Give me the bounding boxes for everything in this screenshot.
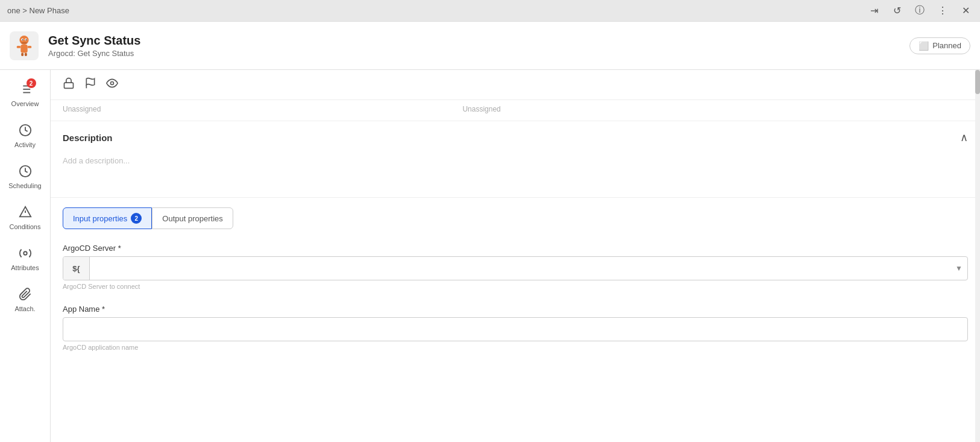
eye-icon[interactable] — [106, 77, 118, 92]
page-title: Get Sync Status — [48, 34, 900, 48]
overview-badge: 2 — [27, 78, 36, 88]
tab-input-properties[interactable]: Input properties 2 — [63, 207, 152, 229]
attach-icon — [17, 286, 34, 303]
sidebar-item-overview[interactable]: 2 Overview — [0, 75, 50, 113]
app-logo — [10, 31, 39, 60]
sidebar-label-scheduling: Scheduling — [8, 182, 41, 189]
svg-rect-23 — [64, 83, 74, 88]
sidebar-item-scheduling[interactable]: Scheduling — [0, 157, 50, 195]
description-section: Description ∧ Add a description... — [51, 121, 980, 198]
status-label: Planned — [932, 41, 961, 50]
sidebar-label-conditions: Conditions — [10, 223, 41, 230]
field-argocd-server: ArgoCD Server * ${ ▼ ArgoCD Server to co… — [63, 244, 968, 290]
tab-output-properties[interactable]: Output properties — [152, 207, 233, 229]
svg-rect-10 — [25, 52, 27, 56]
svg-rect-5 — [21, 42, 27, 43]
argo-logo-svg — [13, 34, 36, 57]
svg-point-22 — [24, 251, 27, 255]
app-name-input[interactable] — [63, 317, 968, 341]
description-input[interactable]: Add a description... — [63, 151, 968, 188]
sidebar-item-activity[interactable]: Activity — [0, 116, 50, 154]
header-titles: Get Sync Status Argocd: Get Sync Status — [48, 34, 900, 58]
properties-section: Input properties 2 Output properties Arg… — [51, 198, 980, 375]
tab-input-badge: 2 — [131, 213, 142, 224]
overview-icon: 2 — [17, 81, 34, 98]
sidebar-label-attach: Attach. — [14, 305, 35, 312]
scheduling-icon — [17, 163, 34, 180]
argocd-server-prefix: ${ — [63, 257, 90, 280]
properties-tabs: Input properties 2 Output properties — [63, 207, 968, 229]
scrollbar[interactable] — [975, 70, 980, 442]
attributes-icon — [17, 245, 34, 262]
svg-rect-9 — [21, 52, 24, 56]
main-layout: 2 Overview Activity Scheduling — [0, 70, 980, 442]
sidebar-label-activity: Activity — [14, 141, 36, 148]
app-name-hint: ArgoCD application name — [63, 344, 968, 351]
sidebar-label-overview: Overview — [11, 100, 39, 107]
top-bar: one > New Phase ⇥ ↺ ⓘ ⋮ ✕ — [0, 0, 980, 22]
flag-icon[interactable] — [84, 77, 96, 92]
page-subtitle: Argocd: Get Sync Status — [48, 49, 900, 58]
page-header: Get Sync Status Argocd: Get Sync Status … — [0, 22, 980, 70]
svg-rect-8 — [28, 46, 32, 48]
unassigned-row: Unassigned Unassigned — [51, 100, 980, 121]
top-bar-actions: ⇥ ↺ ⓘ ⋮ ✕ — [867, 4, 973, 18]
description-toggle[interactable]: ∧ — [960, 131, 968, 144]
description-header: Description ∧ — [63, 131, 968, 144]
close-icon[interactable]: ✕ — [958, 4, 973, 18]
conditions-icon — [17, 204, 34, 221]
content-area: Unassigned Unassigned Description ∧ Add … — [51, 70, 980, 442]
svg-point-4 — [25, 39, 27, 40]
unassigned-label-1: Unassigned — [63, 105, 101, 113]
argocd-server-select[interactable] — [90, 257, 950, 280]
tab-input-label: Input properties — [73, 214, 127, 223]
svg-rect-6 — [20, 45, 27, 52]
sidebar-label-attributes: Attributes — [11, 264, 39, 271]
sidebar-item-attributes[interactable]: Attributes — [0, 239, 50, 277]
sidebar-item-attach[interactable]: Attach. — [0, 280, 50, 318]
breadcrumb: one > New Phase — [7, 6, 69, 15]
svg-point-3 — [22, 39, 24, 40]
unassigned-label-2: Unassigned — [462, 105, 500, 113]
status-badge[interactable]: ⬜ Planned — [909, 37, 970, 54]
sidebar-item-conditions[interactable]: Conditions — [0, 198, 50, 236]
svg-rect-7 — [17, 46, 21, 48]
expand-icon[interactable]: ⇥ — [867, 4, 881, 18]
app-name-label: App Name * — [63, 305, 968, 314]
argocd-server-hint: ArgoCD Server to connect — [63, 283, 968, 290]
content-toolbar — [51, 70, 980, 100]
argocd-server-input-row: ${ ▼ — [63, 256, 968, 280]
argocd-server-label: ArgoCD Server * — [63, 244, 968, 253]
refresh-icon[interactable]: ↺ — [890, 4, 904, 18]
info-icon[interactable]: ⓘ — [912, 4, 927, 18]
status-icon: ⬜ — [919, 41, 929, 51]
sidebar: 2 Overview Activity Scheduling — [0, 70, 51, 442]
description-title: Description — [63, 133, 113, 143]
field-app-name: App Name * ArgoCD application name — [63, 305, 968, 351]
svg-point-25 — [111, 82, 114, 85]
activity-icon — [17, 122, 34, 139]
lock-icon[interactable] — [63, 77, 75, 92]
scrollbar-thumb[interactable] — [975, 70, 980, 94]
more-icon[interactable]: ⋮ — [935, 4, 950, 18]
tab-output-label: Output properties — [162, 214, 222, 223]
argocd-server-arrow: ▼ — [950, 257, 967, 280]
